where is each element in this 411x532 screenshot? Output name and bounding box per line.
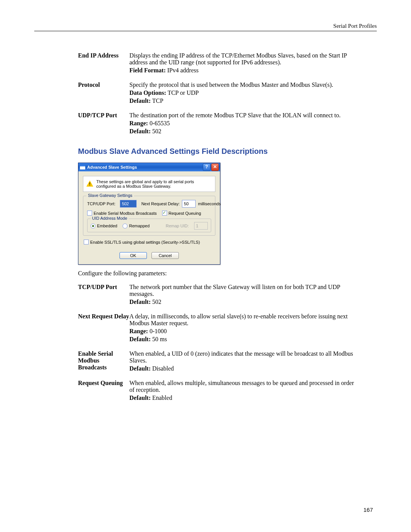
- term-udp-tcp-port: UDP/TCP Port: [78, 112, 129, 135]
- warning-icon: [86, 181, 93, 187]
- desc: When enabled, allows multiple, simultane…: [129, 380, 358, 393]
- uid-address-mode-group: UID Address Mode Embedded Remapped Remap…: [87, 219, 211, 232]
- close-button[interactable]: ✕: [211, 163, 219, 171]
- desc: When enabled, a UID of 0 (zero) indicate…: [129, 350, 358, 364]
- radio-embedded[interactable]: Embedded: [91, 224, 117, 228]
- ok-button[interactable]: OK: [119, 252, 147, 259]
- header-text: Serial Port Profiles: [34, 23, 377, 31]
- desc: Displays the ending IP address of the TC…: [129, 52, 358, 66]
- cancel-button[interactable]: Cancel: [151, 252, 179, 259]
- titlebar: Advanced Slave Settings ? ✕: [78, 163, 220, 171]
- desc: The network port number that the Slave G…: [129, 284, 358, 297]
- term-request-queuing: Request Queuing: [78, 380, 129, 401]
- enable-broadcasts-checkbox[interactable]: Enable Serial Modbus Broadcasts: [87, 211, 157, 216]
- term-next-request-delay: Next Request Delay: [78, 313, 129, 343]
- window-title: Advanced Slave Settings: [87, 165, 202, 169]
- dialog-advanced-slave-settings: Advanced Slave Settings ? ✕ These settin…: [78, 163, 220, 265]
- term-tcp-udp-port: TCP/UDP Port: [78, 284, 129, 305]
- slave-gateway-settings: Slave Gateway Settings TCP/UDP Port: Nex…: [83, 196, 215, 236]
- term-protocol: Protocol: [78, 81, 129, 104]
- request-queuing-checkbox[interactable]: Request Queuing: [162, 211, 201, 216]
- fieldset-legend: Slave Gateway Settings: [86, 193, 134, 198]
- field-table-1: End IP Address Displays the ending IP ad…: [78, 52, 358, 135]
- milliseconds-label: milliseconds: [198, 201, 221, 206]
- help-button[interactable]: ?: [203, 163, 210, 171]
- configure-text: Configure the following parameters:: [78, 270, 358, 277]
- term-enable-serial-broadcasts: Enable Serial Modbus Broadcasts: [78, 350, 129, 372]
- desc: Specify the protocol that is used betwee…: [129, 81, 358, 88]
- info-box: These settings are global and apply to a…: [83, 176, 215, 192]
- radio-remapped[interactable]: Remapped: [123, 224, 150, 228]
- section-title: Modbus Slave Advanced Settings Field Des…: [78, 147, 358, 156]
- desc: The destination port of the remote Modbu…: [129, 112, 358, 119]
- uid-mode-legend: UID Address Mode: [91, 216, 129, 220]
- remap-uid-label: Remap UID:: [166, 224, 189, 228]
- field-table-2: TCP/UDP Port The network port number tha…: [78, 284, 358, 401]
- info-text: These settings are global and apply to a…: [96, 179, 211, 189]
- app-icon: [80, 165, 85, 169]
- next-request-delay-input[interactable]: [182, 200, 196, 208]
- next-request-delay-label: Next Request Delay:: [141, 201, 180, 206]
- tcpudp-port-label: TCP/UDP Port:: [87, 201, 115, 206]
- tcpudp-port-input[interactable]: [120, 200, 137, 208]
- remap-uid-input: [194, 222, 208, 230]
- enable-ssl-checkbox[interactable]: Enable SSL/TLS using global settings (Se…: [84, 240, 200, 244]
- term-end-ip: End IP Address: [78, 52, 129, 74]
- desc: A delay, in milliseconds, to allow seria…: [129, 313, 358, 327]
